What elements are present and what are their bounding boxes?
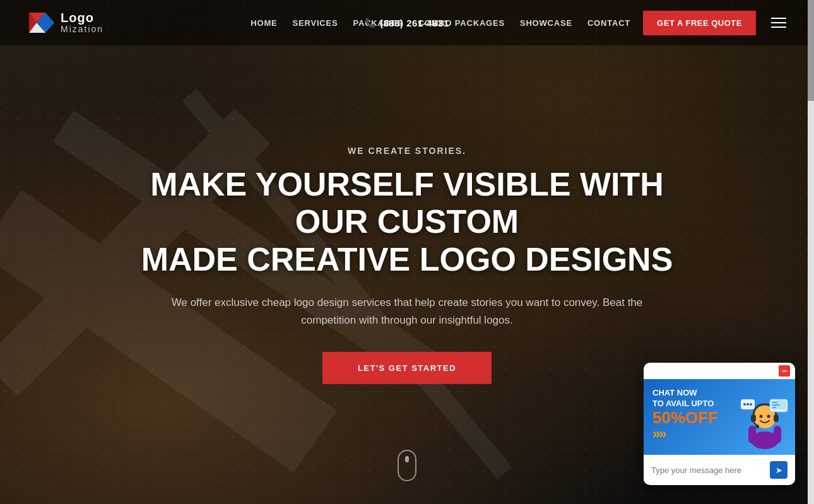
logo-text: Logo Mization [61, 11, 103, 34]
chat-input-row: ➤ [644, 455, 795, 485]
scrollbar-track[interactable] [808, 0, 814, 504]
hero-tagline: WE CREATE STORIES. [136, 145, 678, 155]
svg-point-16 [755, 425, 759, 428]
chat-message-input[interactable] [651, 466, 765, 475]
svg-point-17 [760, 415, 763, 418]
send-icon: ➤ [776, 466, 782, 475]
chat-illustration [740, 393, 790, 450]
chat-minimize-button[interactable]: − [779, 365, 790, 377]
hamburger-line-3 [771, 26, 786, 28]
svg-point-27 [750, 403, 752, 406]
svg-rect-21 [772, 402, 777, 403]
svg-point-18 [767, 415, 770, 418]
nav-item-contact[interactable]: CONTACT [587, 17, 630, 28]
scroll-dot [405, 456, 409, 462]
topbar: Logo Mization 📞 (888) 261-4831 HOME SERV… [0, 0, 814, 45]
phone-display: 📞 (888) 261-4831 [365, 18, 449, 28]
hero-section: Logo Mization 📞 (888) 261-4831 HOME SERV… [0, 0, 814, 504]
svg-point-25 [743, 403, 746, 406]
svg-rect-13 [751, 414, 756, 422]
nav-item-services[interactable]: SERVICES [293, 17, 338, 28]
scrollbar-thumb[interactable] [808, 0, 814, 101]
hero-title: MAKE YOURSELF VISIBLE WITH OUR CUSTOM MA… [136, 165, 678, 278]
svg-point-26 [746, 403, 749, 406]
hero-content: WE CREATE STORIES. MAKE YOURSELF VISIBLE… [136, 145, 678, 384]
get-quote-button[interactable]: GET A FREE QUOTE [643, 11, 756, 35]
svg-rect-11 [774, 426, 781, 443]
lets-get-started-button[interactable]: LET'S GET STARTED [322, 352, 492, 384]
phone-number: (888) 261-4831 [380, 18, 449, 28]
nav-item-showcase[interactable]: SHOWCASE [520, 17, 572, 28]
scroll-indicator [398, 450, 416, 481]
chat-widget: − CHAT NOW TO AVAIL UPTO 50%OFF »» [644, 363, 795, 485]
nav-right: HOME SERVICES PACKAGES COMBO PACKAGES SH… [251, 11, 789, 35]
svg-rect-22 [772, 404, 780, 406]
chat-header: − [644, 363, 795, 379]
phone-icon: 📞 [365, 18, 376, 28]
svg-rect-14 [774, 414, 779, 422]
logo-link[interactable]: Logo Mization [25, 6, 103, 39]
nav-item-home[interactable]: HOME [251, 17, 277, 28]
chat-person-svg [740, 393, 790, 450]
hero-body-text: We offer exclusive cheap logo design ser… [167, 294, 647, 329]
logo-icon [25, 6, 58, 39]
hamburger-line-1 [771, 18, 786, 19]
svg-rect-10 [748, 426, 756, 443]
chat-banner: CHAT NOW TO AVAIL UPTO 50%OFF »» [644, 379, 795, 455]
chat-send-button[interactable]: ➤ [770, 461, 787, 479]
hamburger-button[interactable] [769, 15, 789, 30]
svg-rect-23 [772, 407, 776, 408]
hamburger-line-2 [771, 22, 786, 23]
